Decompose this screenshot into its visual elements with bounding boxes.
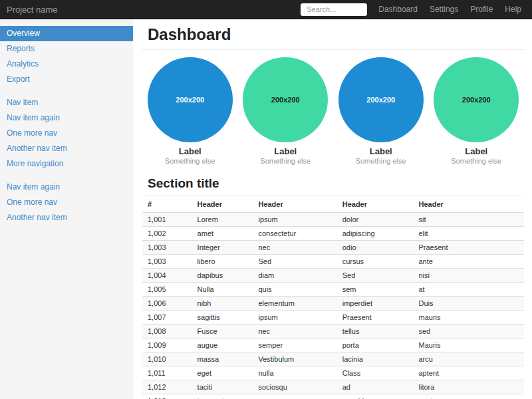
table-cell: nibh (192, 297, 253, 311)
table-cell: 1,001 (142, 213, 192, 227)
table-cell: sit (414, 213, 525, 227)
table-cell: 1,004 (142, 269, 192, 283)
search-input[interactable] (301, 3, 367, 16)
table-cell: Lorem (192, 213, 253, 227)
sidebar-group-1: OverviewReportsAnalyticsExport (0, 26, 133, 87)
sidebar-item-more-navigation[interactable]: More navigation (0, 156, 133, 172)
table-cell: 1,007 (142, 311, 192, 325)
table-cell: cursus (337, 255, 414, 269)
card-label: Label (429, 146, 525, 156)
table-cell: 1,002 (142, 227, 192, 241)
card-label: Label (238, 146, 334, 156)
placeholder-cards-row: 200x200LabelSomething else200x200LabelSo… (142, 57, 524, 166)
table-cell: 1,003 (142, 255, 192, 269)
table-cell: Duis (414, 297, 525, 311)
placeholder-image-circle: 200x200 (243, 57, 328, 142)
table-cell: Praesent (337, 311, 414, 325)
table-cell: taciti (192, 380, 253, 394)
table-cell: 1,006 (142, 297, 192, 311)
card-sublabel: Something else (429, 157, 525, 166)
table-body: 1,001Loremipsumdolorsit1,002ametconsecte… (142, 213, 524, 399)
card-label: Label (142, 146, 238, 156)
table-cell: Sed (337, 269, 414, 283)
table-cell: Mauris (414, 338, 525, 352)
table-cell: sed (414, 325, 525, 338)
table-cell: per (253, 394, 336, 399)
table-cell: Integer (192, 241, 253, 255)
table-row: 1,012tacitisociosquadlitora (142, 380, 524, 394)
section-title: Section title (142, 176, 524, 196)
table-cell: torquent (192, 394, 253, 399)
table-cell: semper (253, 338, 336, 352)
navbar-link-profile[interactable]: Profile (464, 5, 499, 14)
table-row: 1,013torquentperconubianostra (142, 394, 524, 399)
table-cell: arcu (414, 352, 525, 366)
table-cell: litora (414, 380, 525, 394)
table-cell: Class (337, 366, 414, 380)
table-row: 1,006nibhelementumimperdietDuis (142, 297, 524, 311)
table-cell: sociosqu (253, 380, 336, 394)
card-sublabel: Something else (333, 157, 429, 166)
table-row: 1,007sagittisipsumPraesentmauris (142, 311, 524, 325)
table-cell: mauris (414, 311, 525, 325)
sidebar-item-overview[interactable]: Overview (0, 26, 133, 41)
table-header-cell: # (142, 196, 192, 213)
sidebar-item-another-nav-item[interactable]: Another nav item (0, 210, 133, 225)
table-cell: at (414, 283, 525, 297)
sidebar-item-one-more-nav[interactable]: One more nav (0, 195, 133, 210)
navbar-right: DashboardSettingsProfileHelp (301, 3, 532, 16)
sidebar-item-analytics[interactable]: Analytics (0, 57, 133, 72)
navbar-links: DashboardSettingsProfileHelp (372, 5, 527, 14)
table-header-cell: Header (414, 196, 525, 213)
table-cell: aptent (414, 366, 525, 380)
sidebar-item-one-more-nav[interactable]: One more nav (0, 126, 133, 141)
table-cell: Fusce (192, 325, 253, 338)
data-table: #HeaderHeaderHeaderHeader 1,001Loremipsu… (142, 196, 524, 399)
table-row: 1,010massaVestibulumlaciniaarcu (142, 352, 524, 366)
table-header-row: #HeaderHeaderHeaderHeader (142, 196, 524, 213)
table-cell: porta (337, 338, 414, 352)
sidebar-group-3: Nav item againOne more navAnother nav it… (0, 180, 133, 225)
sidebar-item-nav-item-again[interactable]: Nav item again (0, 180, 133, 195)
table-row: 1,003IntegernecodioPraesent (142, 241, 524, 255)
navbar-link-settings[interactable]: Settings (424, 5, 464, 14)
table-cell: odio (337, 241, 414, 255)
table-header-cell: Header (192, 196, 253, 213)
navbar-link-dashboard[interactable]: Dashboard (372, 5, 424, 14)
table-cell: ipsum (253, 213, 336, 227)
table-cell: Praesent (414, 241, 525, 255)
table-cell: nec (253, 241, 336, 255)
table-cell: ante (414, 255, 525, 269)
navbar-link-help[interactable]: Help (499, 5, 527, 14)
table-cell: sem (337, 283, 414, 297)
table-cell: 1,003 (142, 241, 192, 255)
brand-link[interactable]: Project name (0, 5, 65, 15)
placeholder-image-circle: 200x200 (338, 57, 424, 142)
sidebar-item-nav-item[interactable]: Nav item (0, 95, 133, 110)
table-cell: dapibus (192, 269, 253, 283)
table-row: 1,001Loremipsumdolorsit (142, 213, 524, 227)
placeholder-image-circle: 200x200 (434, 57, 519, 142)
card-sublabel: Something else (238, 157, 334, 166)
main-content: Dashboard 200x200LabelSomething else200x… (142, 19, 524, 399)
page-title: Dashboard (142, 25, 524, 50)
table-cell: amet (192, 227, 253, 241)
sidebar-item-reports[interactable]: Reports (0, 41, 133, 57)
placeholder-card: 200x200LabelSomething else (333, 57, 429, 166)
sidebar-group-2: Nav itemNav item againOne more navAnothe… (0, 95, 133, 172)
table-cell: Sed (253, 255, 336, 269)
card-label: Label (333, 146, 429, 156)
placeholder-card: 200x200LabelSomething else (429, 57, 525, 166)
table-cell: ad (337, 380, 414, 394)
placeholder-card: 200x200LabelSomething else (142, 57, 238, 166)
table-cell: nisi (414, 269, 525, 283)
table-header-cell: Header (337, 196, 414, 213)
sidebar-item-export[interactable]: Export (0, 72, 133, 87)
table-cell: ipsum (253, 311, 336, 325)
table-cell: 1,013 (142, 394, 192, 399)
table-cell: consectetur (253, 227, 336, 241)
sidebar-item-another-nav-item[interactable]: Another nav item (0, 141, 133, 156)
table-cell: elit (414, 227, 525, 241)
sidebar-item-nav-item-again[interactable]: Nav item again (0, 110, 133, 126)
table-cell: nec (253, 325, 336, 338)
